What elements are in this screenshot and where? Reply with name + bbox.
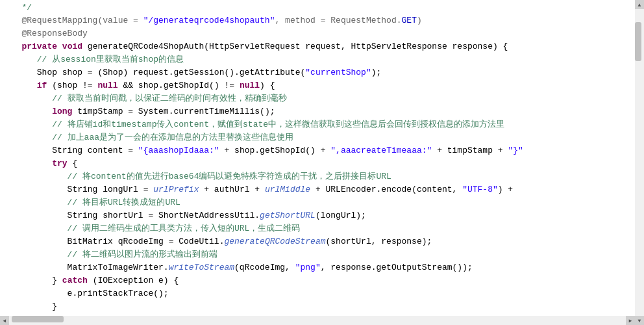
- code-area[interactable]: */ @RequestMapping(value = "/generateqrc…: [0, 0, 635, 325]
- code-line: } catch (IOException e) {: [6, 274, 635, 287]
- code-line: String shortUrl = ShortNetAddressUtil.ge…: [6, 209, 635, 222]
- scroll-right-arrow[interactable]: ►: [626, 316, 635, 325]
- code-line: @RequestMapping(value = "/generateqrcode…: [6, 14, 635, 27]
- code-line: // 调用二维码生成的工具类方法，传入短的URL，生成二维码: [6, 222, 635, 235]
- code-line: Shop shop = (Shop) request.getSession().…: [6, 66, 635, 79]
- scroll-up-arrow[interactable]: ▲: [635, 0, 644, 9]
- scroll-left-arrow[interactable]: ◄: [0, 316, 9, 325]
- code-line: String content = "{aaashopIdaaa:" + shop…: [6, 144, 635, 157]
- code-line: String longUrl = urlPrefix + authUrl + u…: [6, 183, 635, 196]
- code-line: // 将目标URL转换成短的URL: [6, 196, 635, 209]
- vertical-scrollbar[interactable]: ▲ ▼: [635, 0, 644, 325]
- horizontal-scrollbar[interactable]: ◄ ►: [0, 316, 635, 325]
- code-line: private void generateQRCode4ShopAuth(Htt…: [6, 40, 635, 53]
- scroll-down-arrow[interactable]: ▼: [635, 316, 644, 325]
- editor-container: */ @RequestMapping(value = "/generateqrc…: [0, 0, 644, 325]
- scroll-thumb-h[interactable]: [12, 316, 64, 322]
- code-line: try {: [6, 157, 635, 170]
- code-line: @ResponseBody: [6, 27, 635, 40]
- code-line: MatrixToImageWriter.writeToStream(qRcode…: [6, 261, 635, 274]
- code-line: e.printStackTrace();: [6, 287, 635, 300]
- scroll-thumb-v[interactable]: [635, 22, 641, 61]
- code-line: // 将二维码以图片流的形式输出到前端: [6, 248, 635, 261]
- code-line: long timpStamp = System.currentTimeMilli…: [6, 105, 635, 118]
- code-line: // 将content的值先进行base64编码以避免特殊字符造成的干扰，之后拼…: [6, 170, 635, 183]
- code-line: // 将店铺id和timestamp传入content，赋值到state中，这样…: [6, 118, 635, 131]
- code-line: */: [6, 1, 635, 14]
- code-line: // 加上aaa是为了一会的在添加信息的方法里替换这些信息使用: [6, 131, 635, 144]
- code-lines: */ @RequestMapping(value = "/generateqrc…: [6, 1, 635, 325]
- code-line: // 从session里获取当前shop的信息: [6, 53, 635, 66]
- code-line: // 获取当前时间戳，以保证二维码的时间有效性，精确到毫秒: [6, 92, 635, 105]
- code-line: BitMatrix qRcodeImg = CodeUtil.generateQ…: [6, 235, 635, 248]
- code-line: if (shop != null && shop.getShopId() != …: [6, 79, 635, 92]
- code-line: }: [6, 300, 635, 313]
